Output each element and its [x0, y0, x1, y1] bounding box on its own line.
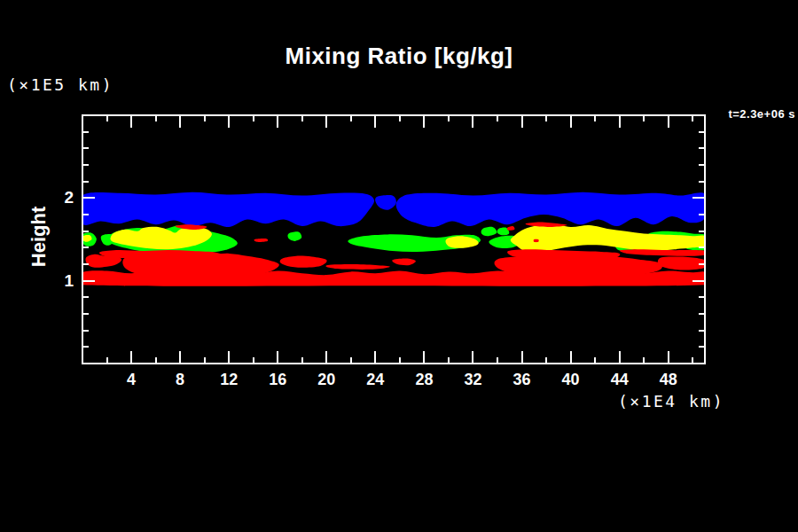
red-band-blob	[392, 258, 416, 265]
y-tick-label: 2	[64, 188, 74, 207]
red-band-blob	[507, 226, 515, 231]
yellow-band-blob	[511, 223, 707, 254]
green-band-blob	[287, 231, 301, 241]
x-tick-label: 48	[660, 371, 677, 388]
red-band-blob	[658, 256, 707, 270]
red-band-blob	[526, 222, 567, 227]
chart-title: Mixing Ratio [kg/kg]	[0, 43, 798, 70]
layer-blue-band	[79, 192, 708, 227]
green-band-blob	[481, 227, 497, 237]
blue-band-blob	[79, 192, 374, 227]
blue-band-blob	[396, 192, 708, 227]
x-tick-label: 8	[176, 371, 184, 388]
contour-plot: 481216202428323640444812	[0, 0, 798, 532]
time-annotation: t=2.3e+06 s	[728, 107, 795, 121]
x-tick-label: 28	[415, 371, 433, 388]
x-tick-label: 4	[127, 371, 136, 388]
x-tick-label: 40	[562, 371, 580, 388]
contour-figure: 481216202428323640444812 Mixing Ratio [k…	[0, 0, 798, 532]
x-tick-label: 20	[317, 371, 335, 388]
red-band-blob	[620, 249, 708, 256]
blue-band-blob	[375, 195, 396, 210]
x-axis-units-label: (×1E4 km)	[618, 392, 724, 411]
x-tick-label: 36	[513, 371, 531, 388]
x-tick-label: 16	[269, 371, 286, 388]
x-tick-label: 32	[464, 371, 481, 388]
red-band-blob	[495, 255, 662, 276]
y-tick-label: 1	[64, 271, 74, 290]
red-band-blob	[534, 239, 539, 243]
red-band-blob	[325, 264, 389, 270]
red-band-blob	[254, 239, 269, 242]
contour-layers	[59, 192, 729, 286]
y-axis-title: Height	[27, 207, 51, 267]
x-tick-label: 44	[611, 371, 629, 388]
x-tick-label: 24	[366, 371, 384, 388]
y-axis-units-label: (×1E5 km)	[7, 75, 113, 94]
x-tick-label: 12	[220, 371, 238, 388]
red-band-blob	[280, 256, 327, 268]
